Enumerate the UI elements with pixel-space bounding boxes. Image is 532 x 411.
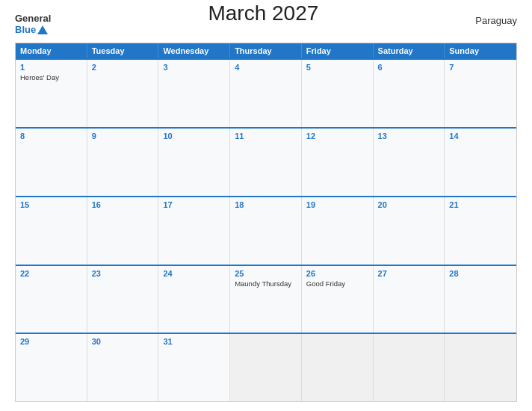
header-day-wednesday: Wednesday bbox=[158, 43, 230, 58]
day-number: 7 bbox=[449, 63, 512, 72]
day-number: 10 bbox=[163, 132, 225, 140]
calendar-cell: 29 bbox=[16, 334, 87, 401]
day-number: 11 bbox=[235, 132, 297, 140]
day-number: 29 bbox=[20, 337, 82, 346]
logo-triangle-icon bbox=[37, 25, 48, 34]
calendar-cell: 16 bbox=[87, 197, 159, 265]
holiday-label: Good Friday bbox=[306, 279, 368, 288]
calendar-header-row: MondayTuesdayWednesdayThursdayFridaySatu… bbox=[16, 43, 516, 58]
day-number: 25 bbox=[235, 269, 297, 278]
day-number: 17 bbox=[163, 200, 225, 209]
calendar-title: March 2027 bbox=[208, 1, 318, 25]
country-label: Paraguay bbox=[475, 15, 517, 26]
day-number: 21 bbox=[449, 200, 512, 209]
day-number: 20 bbox=[378, 200, 440, 209]
day-number: 26 bbox=[306, 269, 368, 278]
day-number: 4 bbox=[235, 63, 297, 72]
holiday-label: Heroes' Day bbox=[20, 73, 82, 82]
calendar-cell: 3 bbox=[158, 60, 230, 127]
calendar-cell: 21 bbox=[445, 197, 516, 265]
calendar-week-2: 891011121314 bbox=[16, 127, 516, 196]
calendar-cell: 13 bbox=[374, 129, 445, 196]
calendar-week-5: 293031 bbox=[16, 333, 516, 401]
day-number: 30 bbox=[92, 337, 154, 346]
calendar-cell: 12 bbox=[302, 129, 374, 196]
calendar-cell: 25Maundy Thursday bbox=[230, 266, 302, 333]
calendar-cell: 27 bbox=[374, 266, 445, 333]
calendar-cell: 4 bbox=[230, 60, 302, 127]
calendar-cell: 19 bbox=[302, 197, 374, 265]
day-number: 2 bbox=[92, 63, 154, 72]
day-number: 5 bbox=[306, 63, 368, 72]
calendar-week-1: 1Heroes' Day234567 bbox=[16, 58, 516, 127]
calendar-cell: 26Good Friday bbox=[302, 266, 374, 333]
calendar-cell: 22 bbox=[16, 266, 87, 333]
day-number: 23 bbox=[92, 269, 154, 278]
calendar-cell: 28 bbox=[445, 266, 516, 333]
calendar-cell: 5 bbox=[302, 60, 374, 127]
calendar-cell: 8 bbox=[16, 129, 87, 196]
holiday-label: Maundy Thursday bbox=[235, 279, 297, 288]
day-number: 27 bbox=[378, 269, 440, 278]
header-day-thursday: Thursday bbox=[230, 43, 302, 58]
calendar-cell bbox=[302, 334, 374, 401]
calendar-week-4: 22232425Maundy Thursday26Good Friday2728 bbox=[16, 265, 516, 333]
calendar-cell: 6 bbox=[374, 60, 445, 127]
day-number: 15 bbox=[20, 200, 82, 209]
day-number: 19 bbox=[306, 200, 368, 209]
calendar-cell bbox=[374, 334, 445, 401]
calendar-cell: 11 bbox=[230, 129, 302, 196]
day-number: 1 bbox=[20, 63, 82, 72]
header-day-tuesday: Tuesday bbox=[87, 43, 159, 58]
day-number: 14 bbox=[449, 132, 512, 140]
day-number: 18 bbox=[235, 200, 297, 209]
calendar-cell: 1Heroes' Day bbox=[16, 60, 87, 127]
header-day-saturday: Saturday bbox=[374, 43, 445, 58]
calendar-cell: 31 bbox=[158, 334, 230, 401]
calendar-cell: 23 bbox=[87, 266, 159, 333]
day-number: 22 bbox=[20, 269, 82, 278]
day-number: 12 bbox=[306, 132, 368, 140]
day-number: 9 bbox=[92, 132, 154, 140]
calendar-cell: 15 bbox=[16, 197, 87, 265]
day-number: 13 bbox=[378, 132, 440, 140]
logo: General Blue bbox=[15, 13, 51, 35]
calendar-cell: 30 bbox=[87, 334, 159, 401]
calendar-cell: 18 bbox=[230, 197, 302, 265]
header-day-sunday: Sunday bbox=[445, 43, 516, 58]
calendar-cell: 17 bbox=[158, 197, 230, 265]
logo-general-text: General bbox=[15, 13, 51, 24]
day-number: 31 bbox=[163, 337, 225, 346]
calendar-cell: 2 bbox=[87, 60, 159, 127]
calendar-cell: 7 bbox=[445, 60, 516, 127]
header-day-friday: Friday bbox=[302, 43, 374, 58]
calendar-cell: 9 bbox=[87, 129, 159, 196]
calendar-cell: 20 bbox=[374, 197, 445, 265]
calendar-body: 1Heroes' Day2345678910111213141516171819… bbox=[16, 58, 516, 401]
header-day-monday: Monday bbox=[16, 43, 87, 58]
calendar-cell bbox=[445, 334, 516, 401]
logo-blue-text: Blue bbox=[15, 24, 48, 35]
day-number: 3 bbox=[163, 63, 225, 72]
calendar-cell: 24 bbox=[158, 266, 230, 333]
calendar: MondayTuesdayWednesdayThursdayFridaySatu… bbox=[15, 43, 517, 402]
calendar-cell bbox=[230, 334, 302, 401]
day-number: 24 bbox=[163, 269, 225, 278]
day-number: 16 bbox=[92, 200, 154, 209]
calendar-cell: 14 bbox=[445, 129, 516, 196]
calendar-cell: 10 bbox=[158, 129, 230, 196]
day-number: 6 bbox=[378, 63, 440, 72]
day-number: 8 bbox=[20, 132, 82, 140]
calendar-week-3: 15161718192021 bbox=[16, 196, 516, 265]
day-number: 28 bbox=[449, 269, 512, 278]
